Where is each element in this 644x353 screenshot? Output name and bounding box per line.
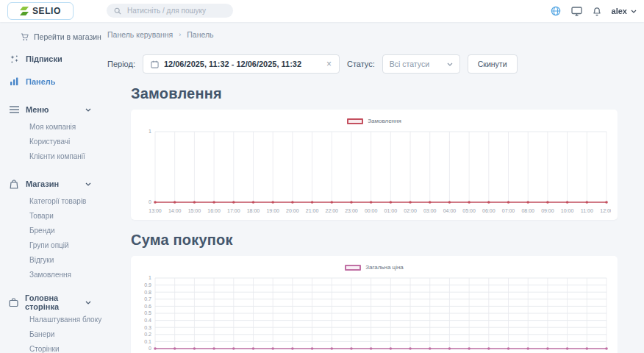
legend-label: Загальна ціна [365, 264, 404, 271]
svg-text:20:00: 20:00 [286, 208, 299, 213]
period-date-range-input[interactable]: 12/06/2025, 11:32 - 12/06/2025, 11:32 × [143, 54, 340, 74]
svg-text:10:00: 10:00 [561, 208, 574, 213]
svg-text:1: 1 [149, 275, 151, 280]
status-label: Статус: [347, 60, 375, 68]
svg-text:02:00: 02:00 [404, 208, 417, 213]
notifications-bell-icon[interactable] [593, 7, 601, 16]
svg-text:19:00: 19:00 [266, 208, 279, 213]
svg-text:09:00: 09:00 [541, 208, 554, 213]
svg-text:0.8: 0.8 [144, 290, 151, 295]
svg-text:0.6: 0.6 [144, 304, 151, 309]
chevron-down-icon [85, 182, 91, 186]
svg-text:00:00: 00:00 [365, 208, 378, 213]
status-select[interactable]: Всі статуси [382, 54, 460, 74]
svg-text:04:00: 04:00 [443, 208, 457, 213]
svg-text:01:00: 01:00 [384, 208, 398, 213]
breadcrumb-separator-icon: › [179, 31, 181, 38]
reset-button[interactable]: Скинути [468, 54, 518, 74]
breadcrumb-current: Панель [187, 30, 213, 39]
sidebar-item-company-clients[interactable]: Клієнти компанії [9, 149, 103, 163]
purchase-sum-section-title: Сума покупок [131, 232, 618, 249]
svg-text:12:00: 12:00 [600, 208, 611, 213]
briefcase-icon [9, 298, 18, 307]
sidebar-item-users[interactable]: Користувачі [9, 134, 103, 149]
logo[interactable]: SELIO [7, 2, 74, 20]
svg-text:22:00: 22:00 [325, 208, 338, 213]
svg-text:0.1: 0.1 [144, 339, 151, 344]
menu-icon [9, 106, 19, 113]
sidebar-item-shop[interactable]: Магазин [9, 176, 103, 191]
status-value: Всі статуси [390, 60, 429, 68]
orders-chart-card: Замовлення 1013:0014:0015:0016:0017:0018… [131, 110, 618, 220]
sidebar-item-menu[interactable]: Меню [9, 102, 103, 117]
svg-text:16:00: 16:00 [207, 208, 221, 213]
sidebar-item-dashboard[interactable]: Панель [9, 74, 103, 89]
language-globe-icon[interactable] [551, 6, 561, 16]
selio-logo-icon [20, 7, 29, 15]
chevron-down-icon [631, 10, 637, 13]
sidebar-item-block-settings[interactable]: Налаштування блоку [9, 312, 103, 327]
sidebar-item-orders[interactable]: Замовлення [9, 267, 103, 282]
sidebar-item-pages[interactable]: Сторінки [9, 341, 103, 353]
legend-swatch [347, 118, 363, 124]
svg-text:0: 0 [149, 346, 151, 351]
main-content: Панель керування › Панель Період: 12/06/… [103, 0, 644, 353]
sidebar-item-banners[interactable]: Банери [9, 327, 103, 341]
breadcrumb-root[interactable]: Панель керування [107, 30, 173, 39]
svg-text:08:00: 08:00 [521, 208, 534, 213]
filters-bar: Період: 12/06/2025, 11:32 - 12/06/2025, … [107, 54, 618, 74]
orders-section-title: Замовлення [131, 85, 618, 102]
sidebar: Перейти в магазин Підписки [0, 22, 103, 353]
svg-text:18:00: 18:00 [247, 208, 260, 213]
search-bar[interactable] [107, 4, 233, 18]
sidebar-item-products[interactable]: Товари [9, 208, 103, 223]
sidebar-item-subscriptions[interactable]: Підписки [9, 51, 103, 66]
period-value: 12/06/2025, 11:32 - 12/06/2025, 11:32 [164, 60, 301, 68]
svg-text:14:00: 14:00 [168, 208, 182, 213]
clear-date-icon[interactable]: × [326, 59, 332, 69]
chevron-down-icon [85, 108, 91, 112]
svg-text:23:00: 23:00 [345, 208, 358, 213]
sidebar-item-reviews[interactable]: Відгуки [9, 252, 103, 267]
sidebar-nav: Підписки Панель Меню [9, 51, 103, 353]
svg-text:05:00: 05:00 [462, 208, 476, 213]
brand-name: SELIO [32, 6, 61, 16]
legend-label: Замовлення [368, 118, 401, 124]
purchase-sum-section: Сума покупок Загальна ціна 10.90.80.70.6… [131, 232, 618, 353]
cart-icon [21, 33, 29, 41]
svg-text:0.5: 0.5 [144, 310, 151, 315]
app-header: SELIO [0, 0, 644, 22]
go-to-store-link[interactable]: Перейти в магазин [9, 32, 103, 41]
chevron-down-icon [85, 301, 91, 304]
sidebar-item-brands[interactable]: Бренди [9, 223, 103, 238]
orders-chart-legend: Замовлення [137, 116, 611, 126]
shop-submenu: Категорії товарів Товари Бренди Групи оп… [9, 193, 103, 282]
svg-text:13:00: 13:00 [149, 208, 162, 213]
user-menu[interactable]: alex [612, 7, 637, 15]
sidebar-item-option-groups[interactable]: Групи опцій [9, 238, 103, 252]
svg-text:03:00: 03:00 [423, 208, 437, 213]
svg-text:0.2: 0.2 [144, 332, 151, 337]
svg-text:0.4: 0.4 [144, 318, 151, 323]
sidebar-item-homepage[interactable]: Головна сторінка [9, 295, 103, 310]
search-input[interactable] [126, 6, 226, 15]
sparkles-icon [9, 54, 19, 64]
svg-text:15:00: 15:00 [188, 208, 201, 213]
purchase-sum-chart-legend: Загальна ціна [137, 263, 611, 272]
desktop-icon[interactable] [571, 7, 582, 16]
user-name: alex [612, 7, 627, 15]
orders-chart: 1013:0014:0015:0016:0017:0018:0019:0020:… [137, 127, 611, 218]
homepage-submenu: Налаштування блоку Банери Сторінки Новин… [9, 312, 103, 353]
chevron-down-icon [447, 63, 453, 66]
svg-text:21:00: 21:00 [306, 208, 319, 213]
svg-text:0: 0 [149, 199, 151, 204]
svg-text:17:00: 17:00 [227, 208, 240, 213]
svg-text:0.7: 0.7 [144, 296, 151, 302]
period-label: Період: [107, 60, 135, 68]
menu-submenu: Моя компанія Користувачі Клієнти компані… [9, 119, 103, 163]
svg-text:0.3: 0.3 [144, 325, 151, 330]
breadcrumb: Панель керування › Панель [107, 29, 618, 40]
orders-section: Замовлення Замовлення 1013:0014:0015:001… [131, 85, 618, 220]
sidebar-item-categories[interactable]: Категорії товарів [9, 193, 103, 208]
sidebar-item-my-company[interactable]: Моя компанія [9, 119, 103, 134]
